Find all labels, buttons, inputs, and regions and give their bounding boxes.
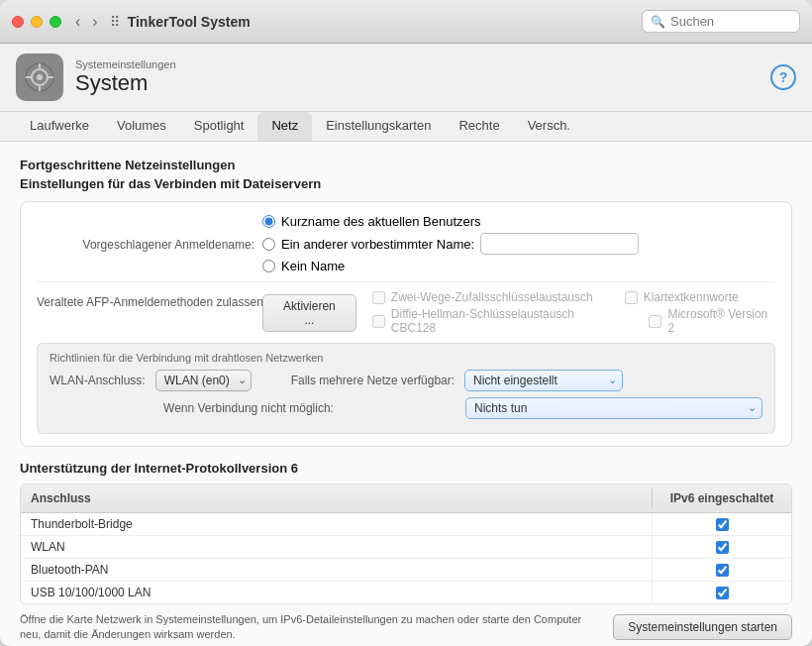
forward-button[interactable]: › <box>88 12 101 32</box>
search-bar[interactable]: 🔍 <box>642 10 800 33</box>
afp-checkbox-2[interactable] <box>372 315 385 328</box>
afp-check-row-1: Zwei-Wege-Zufallsschlüsselaustausch Klar… <box>372 290 775 304</box>
afp-checkbox-3[interactable] <box>625 291 638 304</box>
section1-title: Fortgeschrittene Netzeinstellungen <box>20 158 792 172</box>
radio-kein[interactable] <box>262 260 275 272</box>
wenn-dropdown-wrapper: Nichts tun <box>465 397 762 419</box>
nav-buttons: ‹ › <box>71 12 102 32</box>
row-bt-check <box>653 559 791 581</box>
falls-label: Falls mehrere Netze verfügbar: <box>291 374 455 387</box>
row-wlan-check <box>653 536 791 558</box>
afp-check-row-2: Diffie-Hellman-Schlüsselaustausch CBC128… <box>372 307 775 335</box>
footnote-text: Öffne die Karte Netzwerk in Systemeinste… <box>20 612 613 643</box>
window-title: TinkerTool System <box>128 14 642 30</box>
app-icon <box>16 54 63 101</box>
radio-anderer-label: Ein anderer vorbestimmter Name: <box>281 237 474 252</box>
separator-1 <box>37 281 775 282</box>
maximize-button[interactable] <box>50 16 61 28</box>
search-icon: 🔍 <box>651 15 665 29</box>
afp-checkbox-1[interactable] <box>372 291 385 304</box>
minimize-button[interactable] <box>31 16 43 28</box>
tab-volumes[interactable]: Volumes <box>103 112 180 141</box>
radio-row-2: Ein anderer vorbestimmter Name: <box>262 233 639 255</box>
activate-button[interactable]: Aktivieren ... <box>262 294 356 332</box>
falls-dropdown[interactable]: Nicht eingestellt <box>464 370 623 391</box>
ipv6-section: Unterstützung der Internet-Protokollvers… <box>20 461 792 643</box>
afp-label: Veraltete AFP-Anmeldemethoden zulassen: <box>37 295 266 309</box>
search-input[interactable] <box>670 14 789 29</box>
tab-netz[interactable]: Netz <box>257 112 312 141</box>
row-wlan-name: WLAN <box>21 536 653 558</box>
content-area: Fortgeschrittene Netzeinstellungen Einst… <box>0 142 812 646</box>
afp-check3-label: Klartextkennworte <box>644 290 739 304</box>
table-row: WLAN <box>21 536 791 559</box>
row-tb-name: Thunderbolt-Bridge <box>21 513 653 535</box>
sys-btn[interactable]: Systemeinstellungen starten <box>613 614 792 640</box>
tabs-bar: Laufwerke Volumes Spotlight Netz Einstel… <box>0 112 812 142</box>
wlan-anschluss-dropdown[interactable]: WLAN (en0) <box>155 370 252 391</box>
wlan-anschluss-label: WLAN-Anschluss: <box>50 374 146 387</box>
wenn-row: Wenn Verbindung nicht möglich: Nichts tu… <box>50 397 762 419</box>
checkbox-wlan[interactable] <box>716 541 729 554</box>
col-ipv6: IPv6 eingeschaltet <box>653 488 791 508</box>
main-window: ‹ › ⠿ TinkerTool System 🔍 Systemeinstell… <box>0 0 812 646</box>
radio-row-3: Kein Name <box>262 259 639 273</box>
col-anschluss: Anschluss <box>21 488 653 508</box>
radio-kurzname-label: Kurzname des aktuellen Benutzers <box>281 214 481 229</box>
checkbox-tb[interactable] <box>716 518 729 531</box>
footer-row: Öffne die Karte Netzwerk in Systemeinste… <box>20 612 792 643</box>
table-row: Bluetooth-PAN <box>21 559 791 582</box>
grid-icon[interactable]: ⠿ <box>110 14 120 30</box>
radio-row-1: Kurzname des aktuellen Benutzers <box>262 214 639 229</box>
section2-title: Einstellungen für das Verbinden mit Date… <box>20 176 792 191</box>
afp-check2-label: Diffie-Hellman-Schlüsselaustausch CBC128 <box>391 307 618 335</box>
wlan-anschluss-dropdown-wrapper: WLAN (en0) <box>155 370 252 391</box>
radio-kurzname[interactable] <box>262 215 275 228</box>
close-button[interactable] <box>12 16 24 28</box>
anmeldename-row: Vorgeschlagener Anmeldename: Kurzname de… <box>37 214 775 273</box>
afp-check4-label: Microsoft® Version 2 <box>667 307 775 335</box>
tab-laufwerke[interactable]: Laufwerke <box>16 112 103 141</box>
help-button[interactable]: ? <box>770 64 796 90</box>
dateiserver-settings: Vorgeschlagener Anmeldename: Kurzname de… <box>20 201 792 447</box>
tab-einstellungskarten[interactable]: Einstellungskarten <box>312 112 445 141</box>
row-usb-check <box>653 582 791 603</box>
app-subtitle: Systemeinstellungen <box>75 58 759 70</box>
afp-checkbox-4[interactable] <box>649 315 661 328</box>
afp-check1-label: Zwei-Wege-Zufallsschlüsselaustausch <box>391 290 593 304</box>
row-tb-check <box>653 513 791 535</box>
wlan-hint: Richtlinien für die Verbindung mit draht… <box>50 352 762 364</box>
back-button[interactable]: ‹ <box>71 12 84 32</box>
wenn-dropdown[interactable]: Nichts tun <box>465 397 762 419</box>
row-usb-name: USB 10/100/1000 LAN <box>21 582 653 603</box>
ipv6-table: Anschluss IPv6 eingeschaltet Thunderbolt… <box>20 484 792 604</box>
svg-point-2 <box>37 74 43 80</box>
traffic-lights <box>12 16 61 28</box>
table-row: USB 10/100/1000 LAN <box>21 582 791 603</box>
falls-dropdown-wrapper: Nicht eingestellt <box>464 370 623 391</box>
checkbox-bt[interactable] <box>716 564 729 577</box>
anmeldename-label: Vorgeschlagener Anmeldename: <box>83 238 254 252</box>
app-title: System <box>75 70 759 96</box>
table-row: Thunderbolt-Bridge <box>21 513 791 536</box>
row-bt-name: Bluetooth-PAN <box>21 559 653 581</box>
table-header: Anschluss IPv6 eingeschaltet <box>21 484 791 513</box>
tab-spotlight[interactable]: Spotlight <box>180 112 258 141</box>
tab-versch[interactable]: Versch. <box>514 112 584 141</box>
radio-kein-label: Kein Name <box>281 259 345 273</box>
wlan-anschluss-row: WLAN-Anschluss: WLAN (en0) Falls mehrere… <box>50 370 762 391</box>
title-bar: ‹ › ⠿ TinkerTool System 🔍 <box>0 0 812 44</box>
tab-rechte[interactable]: Rechte <box>445 112 513 141</box>
ipv6-title: Unterstützung der Internet-Protokollvers… <box>20 461 792 476</box>
radio-group: Kurzname des aktuellen Benutzers Ein and… <box>262 214 639 273</box>
anderer-name-input[interactable] <box>480 233 639 255</box>
app-header: Systemeinstellungen System ? <box>0 44 812 112</box>
afp-row: Veraltete AFP-Anmeldemethoden zulassen: … <box>37 290 775 335</box>
radio-anderer[interactable] <box>262 238 275 251</box>
app-title-area: Systemeinstellungen System <box>75 58 759 96</box>
checkbox-usb[interactable] <box>716 587 729 599</box>
wenn-label: Wenn Verbindung nicht möglich: <box>163 401 334 415</box>
